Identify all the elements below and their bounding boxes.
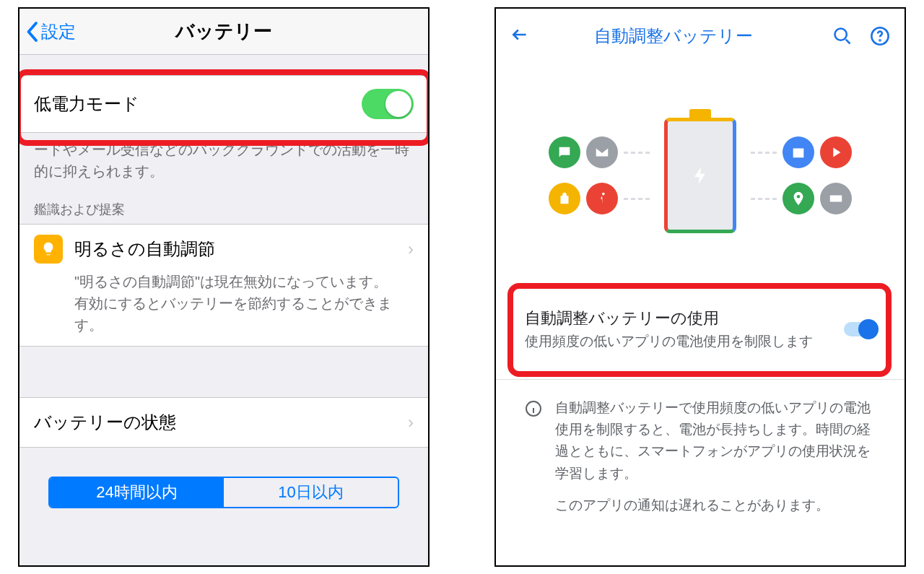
chat-icon xyxy=(549,136,580,168)
bulb-icon xyxy=(34,235,63,264)
arrow-left-icon xyxy=(510,25,529,44)
ios-nav-bar: 設定 バッテリー xyxy=(19,9,428,55)
calendar-icon xyxy=(783,136,814,168)
battery-health-label: バッテリーの状態 xyxy=(34,411,176,434)
time-range-segmented-control[interactable]: 24時間以内 10日以内 xyxy=(48,477,399,508)
page-title: 自動調整バッテリー xyxy=(529,25,818,48)
battery-icon xyxy=(664,118,736,233)
svg-point-4 xyxy=(797,195,801,199)
low-power-toggle[interactable] xyxy=(362,89,414,119)
info-icon xyxy=(525,400,542,417)
toggle-title: 自動調整バッテリーの使用 xyxy=(525,308,831,329)
suggestion-subtitle: "明るさの自動調節"は現在無効になっています。有効にするとバッテリーを節約するこ… xyxy=(74,271,414,336)
android-app-bar: 自動調整バッテリー xyxy=(496,9,905,64)
adaptive-battery-toggle-row[interactable]: 自動調整バッテリーの使用 使用頻度の低いアプリの電池使用を制限します xyxy=(510,295,890,365)
ios-battery-settings-screen: 設定 バッテリー 低電力モード ードやメール受信などのバックグラウンドでの活動を… xyxy=(18,7,430,567)
back-label: 設定 xyxy=(41,20,76,43)
run-icon xyxy=(586,183,618,214)
low-power-description: ードやメール受信などのバックグラウンドでの活動を一時的に抑えられます。 xyxy=(19,133,428,182)
pin-icon xyxy=(783,183,814,214)
svg-point-3 xyxy=(602,193,605,196)
mail-icon xyxy=(586,136,618,168)
chevron-right-icon: › xyxy=(408,239,414,259)
low-power-label: 低電力モード xyxy=(34,92,139,116)
svg-rect-5 xyxy=(830,195,842,201)
help-button[interactable] xyxy=(870,26,890,46)
info-section: 自動調整バッテリーで使用頻度の低いアプリの電池使用を制限すると、電池が長持ちしま… xyxy=(496,379,905,534)
brightness-suggestion-row[interactable]: 明るさの自動調節 › "明るさの自動調節"は現在無効になっています。有効にすると… xyxy=(19,224,428,347)
suggestions-header: 鑑識および提案 xyxy=(19,182,428,224)
help-icon xyxy=(870,26,890,46)
low-power-mode-row[interactable]: 低電力モード xyxy=(19,75,428,133)
segment-10d[interactable]: 10日以内 xyxy=(224,478,398,507)
svg-point-2 xyxy=(879,40,880,40)
android-adaptive-battery-screen: 自動調整バッテリー xyxy=(494,7,906,567)
back-button[interactable] xyxy=(510,25,529,47)
page-title: バッテリー xyxy=(175,19,272,44)
search-button[interactable] xyxy=(832,26,853,46)
chevron-right-icon: › xyxy=(408,412,414,432)
segment-24h[interactable]: 24時間以内 xyxy=(50,478,224,507)
search-icon xyxy=(832,26,853,46)
back-button[interactable]: 設定 xyxy=(25,9,76,55)
adaptive-battery-illustration xyxy=(496,85,905,266)
chevron-left-icon xyxy=(25,21,38,43)
bag-icon xyxy=(549,183,580,214)
info-paragraph-2: このアプリの通知は遅れることがあります。 xyxy=(555,495,876,516)
suggestion-title: 明るさの自動調節 xyxy=(74,238,408,261)
svg-point-0 xyxy=(835,29,847,40)
adaptive-battery-switch[interactable] xyxy=(844,322,876,336)
toggle-subtitle: 使用頻度の低いアプリの電池使用を制限します xyxy=(525,332,831,352)
card-icon xyxy=(820,183,852,214)
info-paragraph-1: 自動調整バッテリーで使用頻度の低いアプリの電池使用を制限すると、電池が長持ちしま… xyxy=(555,397,876,485)
play-icon xyxy=(820,136,852,168)
battery-health-row[interactable]: バッテリーの状態 › xyxy=(19,397,428,448)
